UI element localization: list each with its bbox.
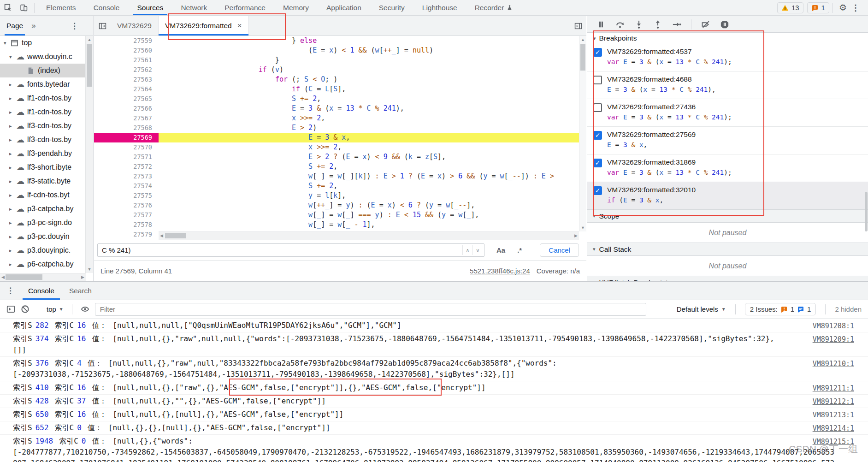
scrollbar-thumb[interactable] bbox=[580, 44, 585, 71]
console-source-link[interactable]: VM891213:1 bbox=[813, 410, 854, 420]
console-source-link[interactable]: VM891208:1 bbox=[813, 321, 854, 331]
line-number[interactable]: 27575 bbox=[94, 191, 159, 201]
scrollbar-thumb[interactable] bbox=[165, 233, 186, 238]
scroll-left-icon[interactable]: ◀ bbox=[160, 233, 163, 238]
code-line[interactable]: (E = x) < 1 && (w[++_] = null) bbox=[159, 46, 579, 55]
find-next-icon[interactable]: ∨ bbox=[472, 245, 483, 255]
breakpoint-item[interactable]: ✓VM732629:formatted:4537var E = 3 & (x =… bbox=[587, 44, 868, 71]
deactivate-breakpoints-icon[interactable] bbox=[701, 20, 710, 29]
step-out-icon[interactable] bbox=[653, 20, 662, 29]
scrollbar-thumb[interactable] bbox=[87, 44, 92, 87]
line-number[interactable]: 27578 bbox=[94, 220, 159, 230]
console-filter-input[interactable] bbox=[95, 303, 646, 316]
hide-navigator-icon[interactable] bbox=[94, 16, 111, 36]
line-number[interactable]: 27560 bbox=[94, 46, 159, 55]
code-line[interactable]: S += 2, bbox=[159, 162, 579, 172]
warnings-badge[interactable]: 13 bbox=[777, 2, 803, 13]
chevron-down-icon[interactable]: ▾ bbox=[9, 54, 16, 60]
chevron-right-icon[interactable]: ▸ bbox=[9, 95, 16, 101]
tab-lighthouse[interactable]: Lighthouse bbox=[413, 0, 466, 15]
code-line[interactable]: } bbox=[159, 55, 579, 65]
scope-section-header[interactable]: ▾ Scope bbox=[587, 209, 868, 223]
tree-item-p3-catpcha-by[interactable]: ▸☁p3-catpcha.by bbox=[0, 202, 86, 216]
tab-security[interactable]: Security bbox=[370, 0, 413, 15]
tab-memory[interactable]: Memory bbox=[274, 0, 318, 15]
xhr-breakpoints-section-header[interactable]: ▸ XHR/fetch Breakpoints bbox=[587, 276, 868, 281]
tree-item-p3-pc-sign-do[interactable]: ▸☁p3-pc-sign.do bbox=[0, 216, 86, 230]
code-line[interactable]: y = l[k], bbox=[159, 191, 579, 201]
code-line[interactable]: w[_] = w[_][k]) : E > 1 ? (E = x) > 6 &&… bbox=[159, 172, 579, 181]
line-number[interactable]: 27576 bbox=[94, 201, 159, 210]
tree-item-lf1-cdn-tos-by[interactable]: ▸☁lf1-cdn-tos.by bbox=[0, 105, 86, 119]
device-toolbar-icon[interactable] bbox=[18, 3, 29, 13]
checkbox-checked[interactable]: ✓ bbox=[593, 131, 602, 140]
more-options-icon[interactable]: ⋮ bbox=[851, 3, 860, 13]
cancel-button[interactable]: Cancel bbox=[540, 243, 579, 257]
settings-gear-icon[interactable]: ⚙ bbox=[839, 2, 847, 13]
tree-item-lf-cdn-tos-byt[interactable]: ▸☁lf-cdn-tos.byt bbox=[0, 188, 86, 202]
match-case-button[interactable]: Aa bbox=[496, 246, 505, 254]
breakpoint-item[interactable]: VM732629:formatted:4688E = 3 & (x = 13 *… bbox=[587, 71, 868, 99]
clear-console-icon[interactable] bbox=[21, 305, 30, 314]
line-number[interactable]: 27567 bbox=[94, 113, 159, 123]
code-line[interactable]: w[_] = w[_ - 1], bbox=[159, 220, 579, 230]
chevron-right-icon[interactable]: ▸ bbox=[9, 178, 16, 184]
code-line[interactable]: x >>= 2, bbox=[159, 142, 579, 152]
more-tabs-icon[interactable]: » bbox=[31, 21, 35, 30]
tree-item-lf3-static-byte[interactable]: ▸☁lf3-static.byte bbox=[0, 174, 86, 188]
inspect-icon[interactable] bbox=[3, 3, 13, 13]
code-line[interactable]: x >>= 2, bbox=[159, 113, 579, 123]
line-number[interactable]: 27579 bbox=[94, 230, 159, 239]
file-tab-vm732629-formatted[interactable]: VM732629:formatted × bbox=[159, 16, 249, 36]
navigator-menu-icon[interactable]: ⋮ bbox=[71, 21, 89, 31]
code-line[interactable]: S += 2, bbox=[159, 181, 579, 191]
pause-icon[interactable] bbox=[596, 20, 606, 29]
checkbox-checked[interactable]: ✓ bbox=[593, 48, 602, 57]
tab-recorder[interactable]: Recorder bbox=[466, 0, 522, 15]
tab-sources[interactable]: Sources bbox=[129, 0, 172, 15]
code-line[interactable]: for (; S < O; ) bbox=[159, 75, 579, 84]
chevron-right-icon[interactable]: ▸ bbox=[9, 137, 16, 143]
line-number[interactable]: 27573 bbox=[94, 172, 159, 181]
tree-item-fonts-bytedar[interactable]: ▸☁fonts.bytedar bbox=[0, 77, 86, 91]
code-line[interactable]: w[_] = w[_] === y) : E < 15 && (y = w[_]… bbox=[159, 210, 579, 220]
console-source-link[interactable]: VM891210:1 bbox=[813, 359, 854, 369]
code-line[interactable]: E > 2 ? (E = x) < 9 && (k = z[S], bbox=[159, 152, 579, 162]
tree-item--index-[interactable]: (index) bbox=[0, 64, 86, 77]
chevron-right-icon[interactable]: ▸ bbox=[9, 248, 16, 254]
scroll-up-icon[interactable]: ▲ bbox=[86, 37, 93, 42]
issues-badge[interactable]: 1 bbox=[807, 2, 829, 13]
scroll-down-icon[interactable]: ▼ bbox=[579, 225, 586, 230]
step-icon[interactable] bbox=[672, 20, 681, 29]
call-stack-section-header[interactable]: ▾ Call Stack bbox=[587, 243, 868, 256]
line-number[interactable]: 27572 bbox=[94, 162, 159, 172]
code-line[interactable]: if (v) bbox=[159, 65, 579, 75]
tree-horizontal-scrollbar[interactable]: ◀ ▶ bbox=[0, 273, 86, 281]
console-source-link[interactable]: VM891211:1 bbox=[813, 383, 854, 393]
line-number[interactable]: 27561 bbox=[94, 55, 159, 65]
tab-network[interactable]: Network bbox=[172, 0, 216, 15]
regex-button[interactable]: .* bbox=[517, 246, 522, 254]
breakpoint-location[interactable]: VM732629:formatted:27569 bbox=[607, 130, 696, 139]
tree-vertical-scrollbar[interactable]: ▲ ▼ bbox=[85, 36, 93, 273]
chevron-right-icon[interactable]: ▸ bbox=[9, 165, 16, 171]
chevron-right-icon[interactable]: ▸ bbox=[9, 82, 16, 88]
tree-item-lf3-pendah-by[interactable]: ▸☁lf3-pendah.by bbox=[0, 147, 86, 160]
console-source-link[interactable]: VM891212:1 bbox=[813, 397, 854, 407]
context-selector[interactable]: top ▼ bbox=[47, 305, 64, 313]
code-line[interactable]: E = 3 & x, bbox=[159, 133, 579, 142]
code-line[interactable]: } else bbox=[159, 36, 579, 46]
chevron-right-icon[interactable]: ▸ bbox=[9, 192, 16, 198]
tab-elements[interactable]: Elements bbox=[37, 0, 85, 15]
scroll-left-icon[interactable]: ◀ bbox=[1, 275, 5, 279]
checkbox-checked[interactable]: ✓ bbox=[593, 186, 602, 195]
tree-item-www-douyin-c[interactable]: ▾☁www.douyin.c bbox=[0, 50, 86, 64]
breakpoint-location[interactable]: VM732629:formatted:32010 bbox=[607, 186, 696, 194]
breakpoint-item[interactable]: ✓VM732629:formatted:32010if (E = 3 & x, bbox=[587, 182, 868, 210]
line-number[interactable]: 27562 bbox=[94, 65, 159, 75]
tree-item-lf3-cdn-tos-by[interactable]: ▸☁lf3-cdn-tos.by bbox=[0, 119, 86, 133]
editor-horizontal-scrollbar[interactable]: ◀ ▶ bbox=[159, 231, 579, 240]
line-number[interactable]: 27565 bbox=[94, 94, 159, 104]
breakpoint-item[interactable]: ✓VM732629:formatted:31869var E = 3 & (x … bbox=[587, 154, 868, 182]
tree-item-p6-catpcha-by[interactable]: ▸☁p6-catpcha.by bbox=[0, 257, 86, 271]
